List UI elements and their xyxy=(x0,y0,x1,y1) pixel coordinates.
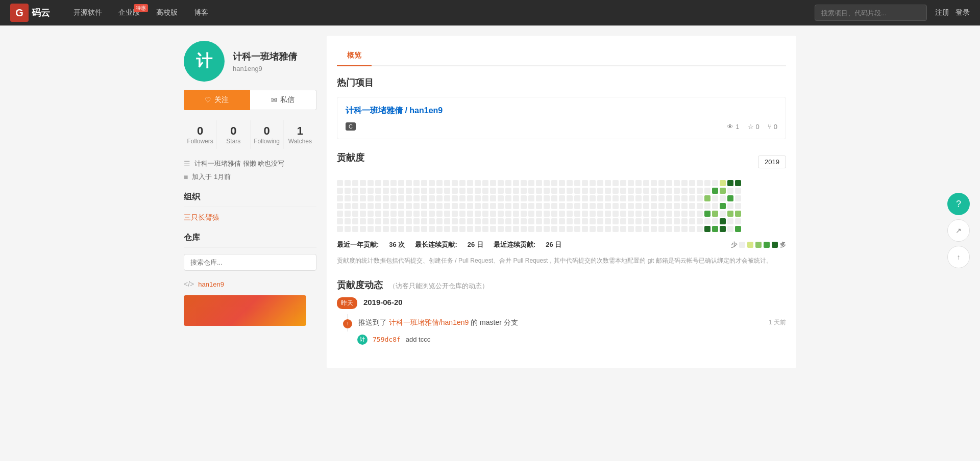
activity-repo-link[interactable]: 计科一班堵雅倩/han1en9 xyxy=(389,318,469,326)
day-cell xyxy=(337,226,343,232)
follow-button[interactable]: ♡ 关注 xyxy=(184,90,250,110)
stat-followers[interactable]: 0 Followers xyxy=(184,120,217,149)
day-cell xyxy=(390,226,397,232)
stat-watches[interactable]: 1 Watches xyxy=(284,120,316,149)
nav-blog[interactable]: 博客 xyxy=(186,0,216,25)
day-cell xyxy=(735,218,741,224)
day-cell xyxy=(681,188,688,194)
day-cell xyxy=(590,203,596,209)
day-cell xyxy=(697,211,703,217)
day-cell xyxy=(505,226,511,232)
avatar-section: 计 计科一班堵雅倩 han1eng9 xyxy=(184,36,316,82)
day-cell xyxy=(574,195,580,201)
day-cell xyxy=(436,180,443,186)
stat-stars[interactable]: 0 Stars xyxy=(217,120,250,149)
day-cell xyxy=(429,180,435,186)
day-cell xyxy=(681,180,688,186)
day-cell xyxy=(681,211,688,217)
project-link[interactable]: 计科一班堵雅倩 / han1en9 xyxy=(346,106,777,116)
repo-search-input[interactable] xyxy=(184,254,316,271)
repo-section: 仓库 </> han1en9 xyxy=(184,233,316,326)
top-button[interactable]: ↑ xyxy=(947,246,970,268)
week-col xyxy=(429,180,435,232)
day-cell xyxy=(475,180,481,186)
join-date-text: 加入于 1月前 xyxy=(192,172,231,182)
day-cell xyxy=(597,180,603,186)
nav-opensource[interactable]: 开源软件 xyxy=(65,0,110,25)
day-cell xyxy=(559,195,565,201)
day-cell xyxy=(413,226,420,232)
day-cell xyxy=(360,218,366,224)
logo[interactable]: G 码云 xyxy=(10,4,50,22)
day-cell xyxy=(421,218,427,224)
contribution-grid-wrapper xyxy=(337,180,786,232)
day-cell xyxy=(597,188,603,194)
day-cell xyxy=(674,226,680,232)
week-col xyxy=(612,180,619,232)
day-cell xyxy=(444,180,450,186)
share-button[interactable]: ↗ xyxy=(947,219,970,242)
day-cell xyxy=(352,203,358,209)
day-cell xyxy=(452,218,458,224)
day-cell xyxy=(345,211,351,217)
day-cell xyxy=(360,195,366,201)
day-cell xyxy=(398,226,404,232)
search-input[interactable] xyxy=(815,5,927,21)
day-cell xyxy=(697,180,703,186)
day-cell xyxy=(490,203,496,209)
forks-stat: ⑂ 0 xyxy=(768,123,777,131)
day-cell xyxy=(720,180,726,186)
stat-following[interactable]: 0 Following xyxy=(251,120,284,149)
day-cell xyxy=(368,188,374,194)
day-cell xyxy=(452,226,458,232)
day-cell xyxy=(467,188,473,194)
nav-enterprise[interactable]: 企业版 特惠 xyxy=(110,0,148,25)
day-cell xyxy=(475,226,481,232)
week-col xyxy=(536,180,542,232)
login-link[interactable]: 登录 xyxy=(955,8,970,17)
day-cell xyxy=(658,218,665,224)
week-col xyxy=(658,180,665,232)
day-cell xyxy=(689,203,695,209)
register-link[interactable]: 注册 xyxy=(935,8,949,17)
action-buttons: ♡ 关注 ✉ 私信 xyxy=(184,90,316,110)
day-cell xyxy=(337,188,343,194)
day-cell xyxy=(551,203,557,209)
followers-label: Followers xyxy=(184,138,216,145)
float-buttons: ? ↗ ↑ xyxy=(947,193,970,268)
day-cell xyxy=(628,226,634,232)
repo-link[interactable]: han1en9 xyxy=(198,280,224,288)
nav-university[interactable]: 高校版 xyxy=(148,0,186,25)
message-button[interactable]: ✉ 私信 xyxy=(250,90,317,110)
day-cell xyxy=(582,203,588,209)
day-cell xyxy=(536,211,542,217)
org-link[interactable]: 三只长臂猿 xyxy=(184,213,316,222)
day-cell xyxy=(375,218,381,224)
tab-overview[interactable]: 概览 xyxy=(337,46,372,66)
day-cell xyxy=(635,188,642,194)
legend-more-text: 多 xyxy=(780,241,786,249)
sidebar: 计 计科一班堵雅倩 han1eng9 ♡ 关注 ✉ 私信 0 Followers… xyxy=(184,36,327,368)
day-cell xyxy=(536,180,542,186)
day-cell xyxy=(628,203,634,209)
day-cell xyxy=(697,188,703,194)
day-cell xyxy=(551,180,557,186)
day-cell xyxy=(720,203,726,209)
day-cell xyxy=(712,203,718,209)
day-cell xyxy=(413,195,420,201)
day-cell xyxy=(605,180,611,186)
day-cell xyxy=(651,203,657,209)
day-cell xyxy=(467,180,473,186)
help-button[interactable]: ? xyxy=(947,193,970,215)
day-cell xyxy=(544,211,550,217)
day-cell xyxy=(643,218,649,224)
day-cell xyxy=(689,226,695,232)
main-nav: 开源软件 企业版 特惠 高校版 博客 xyxy=(65,0,216,25)
day-cell xyxy=(406,188,412,194)
day-cell xyxy=(444,195,450,201)
week-col xyxy=(681,180,688,232)
day-cell xyxy=(390,188,397,194)
day-cell xyxy=(689,195,695,201)
day-cell xyxy=(712,211,718,217)
day-cell xyxy=(727,180,733,186)
